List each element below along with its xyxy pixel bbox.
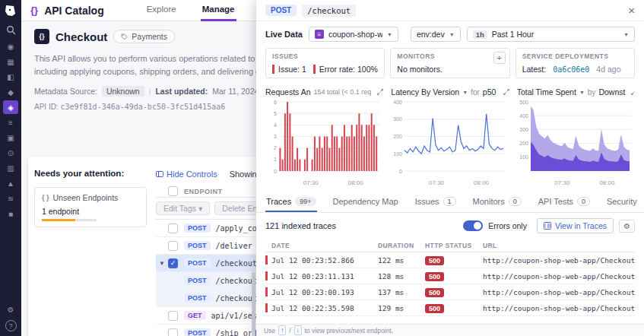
infrastructure-icon[interactable]: ◧: [3, 70, 18, 84]
help-icon[interactable]: ?: [5, 320, 17, 331]
trace-row[interactable]: Jul 12 00:23:52.866122 ms500http://coupo…: [265, 252, 635, 268]
chart-metric[interactable]: p50: [483, 87, 496, 97]
row-checkbox[interactable]: [168, 223, 178, 233]
apm-icon[interactable]: ◈: [3, 100, 18, 114]
rum-icon[interactable]: ▥: [3, 161, 18, 175]
api-catalog-icon: {}: [30, 5, 38, 16]
payments-tag[interactable]: Payments: [113, 30, 175, 43]
svg-text:6: 6: [274, 100, 277, 105]
tag-label: Payments: [132, 32, 167, 41]
trace-rows: Jul 12 00:23:52.866122 ms500http://coupo…: [265, 252, 635, 316]
svg-text:400: 400: [519, 113, 528, 119]
tab-dependency-map[interactable]: Dependency Map: [332, 192, 399, 212]
chart-metric[interactable]: Downst: [598, 87, 625, 97]
ci-icon[interactable]: ▲: [3, 176, 18, 190]
trace-row[interactable]: Jul 12 00:23:00.193137 ms500http://coupo…: [265, 284, 635, 300]
api-name: Checkout: [56, 30, 107, 43]
column-header-duration[interactable]: DURATION: [378, 242, 425, 249]
app-sidebar: ◉▦◧◆◈≡▣⊙▥▲≋■ ⚙ ?: [0, 0, 21, 336]
database-icon[interactable]: ≋: [3, 192, 18, 205]
endpoint-path: /deliver: [216, 242, 252, 250]
unseen-endpoints-card[interactable]: { } Unseen Endpoints 1 endpoint: [34, 187, 147, 227]
trace-url: http://coupon-shop-web-app/Checkout: [483, 288, 635, 296]
datadog-logo[interactable]: [4, 4, 17, 17]
chevron-down-icon[interactable]: ▼: [156, 260, 168, 267]
logs-icon[interactable]: ≡: [3, 116, 18, 129]
chart-plot[interactable]: 100200300400500: [517, 99, 631, 178]
tab-security[interactable]: Security: [606, 192, 638, 212]
search-icon[interactable]: [6, 25, 16, 35]
column-header-http-status[interactable]: HTTP STATUS: [425, 242, 483, 249]
api-braces-icon: {}: [34, 29, 49, 44]
row-checkbox[interactable]: [168, 241, 178, 251]
http-status-badge: 500: [425, 256, 444, 265]
error-rate[interactable]: Error rate: 100%: [313, 65, 378, 74]
svg-text:100: 100: [394, 151, 403, 157]
tab-traces[interactable]: Traces99+: [265, 192, 317, 212]
select-all-checkbox[interactable]: [168, 186, 178, 196]
trace-row[interactable]: Jul 12 00:23:11.131128 ms500http://coupo…: [265, 268, 635, 284]
tab-api-tests[interactable]: API Tests0: [538, 192, 591, 212]
chart-plot[interactable]: 0100200300400: [391, 99, 505, 178]
trace-duration: 128 ms: [378, 272, 425, 281]
trace-row[interactable]: Jul 12 00:22:35.598129 ms500http://coupo…: [265, 300, 635, 316]
metrics-icon[interactable]: ▦: [3, 55, 18, 68]
chart-latency-by-version: Latency By Version▼forp50010020030040007…: [391, 85, 509, 188]
chart-title[interactable]: Requests An: [265, 87, 311, 97]
expand-icon[interactable]: [631, 89, 635, 95]
trace-url: http://coupon-shop-web-app/Checkout: [483, 304, 635, 312]
view-in-traces-button[interactable]: View in Traces: [537, 218, 614, 233]
gear-icon[interactable]: ⚙: [619, 220, 635, 233]
env-select[interactable]: env:dev ▼: [411, 27, 461, 42]
deployments-title: SERVICE DEPLOYMENTS: [522, 52, 628, 60]
add-monitor-button[interactable]: +: [493, 52, 506, 64]
synthetics-icon[interactable]: ⊙: [3, 146, 18, 160]
panel-tabs: Traces99+Dependency MapIssues1Monitors0A…: [256, 192, 644, 213]
expand-icon[interactable]: [377, 89, 383, 95]
time-range-select[interactable]: 1h Past 1 Hour ▼: [467, 27, 635, 42]
chevron-down-icon: ▼: [449, 32, 455, 37]
endpoint-column-header[interactable]: ENDPOINT: [184, 188, 223, 195]
watchdog-icon[interactable]: ◉: [3, 40, 18, 53]
errors-only-toggle[interactable]: [463, 220, 483, 231]
chart-plot[interactable]: 0123456: [265, 99, 379, 178]
chart-title[interactable]: Total Time Spent: [517, 87, 576, 97]
trace-controls: 121 indexed traces Errors only View in T…: [256, 213, 644, 239]
method-badge: POST: [184, 258, 211, 268]
trace-url: http://coupon-shop-web-app/Checkout: [483, 272, 635, 281]
trace-table-header: DATEDURATIONHTTP STATUSURL: [265, 239, 635, 252]
settings-icon[interactable]: ⚙: [3, 303, 18, 316]
error-indicator-bar: [265, 271, 268, 281]
row-checkbox[interactable]: [168, 311, 178, 321]
chart-title[interactable]: Latency By Version: [391, 87, 459, 97]
svg-text:0: 0: [399, 169, 402, 174]
deployment-version[interactable]: 0a6c06e0: [553, 65, 589, 74]
trace-date: Jul 12 00:22:35.598: [271, 304, 354, 312]
tab-badge: 0: [577, 197, 590, 206]
tab-monitors[interactable]: Monitors0: [472, 192, 522, 212]
hide-controls-link[interactable]: Hide Controls: [156, 170, 217, 179]
security-icon[interactable]: ▣: [3, 131, 18, 144]
column-header-url[interactable]: URL: [483, 242, 635, 249]
scrollbar-thumb[interactable]: [252, 272, 255, 336]
tab-badge: 1: [443, 197, 456, 206]
chart-modifier: for: [471, 88, 480, 97]
column-header-date[interactable]: DATE: [265, 242, 378, 249]
hostmap-icon[interactable]: ◆: [3, 85, 18, 99]
issue-count[interactable]: Issue: 1: [272, 65, 306, 74]
service-select[interactable]: ≡ coupon-shop-web- ▼: [309, 27, 398, 42]
svg-text:4: 4: [274, 122, 277, 128]
trace-duration: 137 ms: [378, 288, 425, 296]
tab-issues[interactable]: Issues1: [414, 192, 457, 212]
chart-total-time-spent: Total Time Spent▼byDownst100200300400500…: [517, 85, 635, 188]
edit-tags-button[interactable]: Edit Tags ▾: [156, 201, 210, 215]
row-checkbox[interactable]: ✓: [168, 258, 178, 268]
tab-manage[interactable]: Manage: [201, 0, 236, 21]
expand-icon[interactable]: [503, 89, 509, 95]
time-range-label: Past 1 Hour: [492, 30, 534, 39]
tab-explore[interactable]: Explore: [145, 0, 178, 21]
chart-x-axis: 07:3008:00: [265, 179, 383, 188]
row-checkbox[interactable]: [168, 328, 178, 336]
close-icon[interactable]: ×: [628, 5, 635, 16]
integrations-icon[interactable]: ■: [3, 207, 18, 220]
